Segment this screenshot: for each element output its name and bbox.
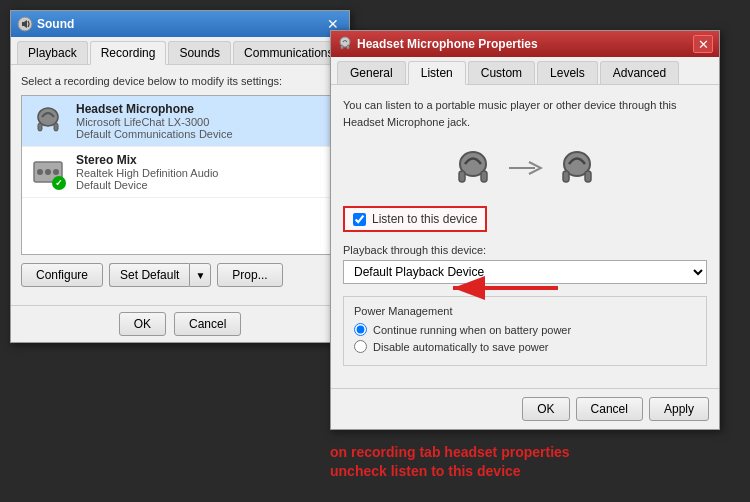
radio-disable[interactable] xyxy=(354,340,367,353)
props-title-bar: Headset Microphone Properties ✕ xyxy=(331,31,719,57)
tab-recording[interactable]: Recording xyxy=(90,41,167,65)
title-bar-left: Sound xyxy=(17,16,74,32)
headset-icon-container xyxy=(30,103,66,139)
device-list: Headset Microphone Microsoft LifeChat LX… xyxy=(21,95,339,255)
sound-icon xyxy=(17,16,33,32)
props-ok-button[interactable]: OK xyxy=(522,397,569,421)
green-check-badge: ✓ xyxy=(52,176,66,190)
tab-sounds[interactable]: Sounds xyxy=(168,41,231,64)
svg-point-7 xyxy=(53,169,59,175)
source-headset-icon xyxy=(449,144,497,192)
props-tab-general[interactable]: General xyxy=(337,61,406,84)
instruction-line2: uncheck listen to this device xyxy=(330,462,570,482)
set-default-split: Set Default ▼ xyxy=(109,263,211,287)
listen-checkbox-container: Listen to this device xyxy=(343,206,487,232)
sound-description: Select a recording device below to modif… xyxy=(21,75,339,87)
props-title-left: Headset Microphone Properties xyxy=(337,36,538,52)
sound-window: Sound ✕ Playback Recording Sounds Commun… xyxy=(10,10,350,343)
svg-rect-3 xyxy=(54,123,58,131)
radio-row-battery: Continue running when on battery power xyxy=(354,323,696,336)
instruction-text: on recording tab headset properties unch… xyxy=(330,443,570,482)
red-arrow-annotation xyxy=(443,268,563,311)
svg-rect-12 xyxy=(459,171,465,182)
props-close-button[interactable]: ✕ xyxy=(693,35,713,53)
tab-communications[interactable]: Communications xyxy=(233,41,344,64)
sound-window-title: Sound xyxy=(37,17,74,31)
radio-row-disable: Disable automatically to save power xyxy=(354,340,696,353)
props-tab-advanced[interactable]: Advanced xyxy=(600,61,679,84)
sound-title-bar: Sound ✕ xyxy=(11,11,349,37)
props-window-title: Headset Microphone Properties xyxy=(357,37,538,51)
props-tab-listen[interactable]: Listen xyxy=(408,61,466,85)
svg-rect-9 xyxy=(341,45,343,49)
sound-bottom-buttons: Configure Set Default ▼ Prop... xyxy=(21,263,339,287)
headset-device-subtitle: Microsoft LifeChat LX-3000 xyxy=(76,116,330,128)
properties-button[interactable]: Prop... xyxy=(217,263,282,287)
radio-battery[interactable] xyxy=(354,323,367,336)
headset-device-status: Default Communications Device xyxy=(76,128,330,140)
svg-rect-10 xyxy=(347,45,349,49)
annotation-arrow-svg xyxy=(443,268,563,308)
svg-rect-15 xyxy=(563,171,569,182)
props-tabs-bar: General Listen Custom Levels Advanced xyxy=(331,57,719,85)
set-default-button[interactable]: Set Default xyxy=(109,263,189,287)
svg-point-6 xyxy=(45,169,51,175)
radio-battery-label: Continue running when on battery power xyxy=(373,324,571,336)
svg-rect-13 xyxy=(481,171,487,182)
playback-device-label: Playback through this device: xyxy=(343,244,707,256)
sound-ok-button[interactable]: OK xyxy=(119,312,166,336)
sound-cancel-button[interactable]: Cancel xyxy=(174,312,241,336)
headset-device-info: Headset Microphone Microsoft LifeChat LX… xyxy=(76,102,330,140)
stereo-mix-device-name: Stereo Mix xyxy=(76,153,330,167)
props-ok-cancel-bar: OK Cancel Apply xyxy=(331,388,719,429)
playback-device-label-wrapper: Playback through this device: xyxy=(343,244,707,256)
set-default-arrow[interactable]: ▼ xyxy=(189,263,211,287)
props-content: You can listen to a portable music playe… xyxy=(331,85,719,388)
listen-checkbox[interactable] xyxy=(353,213,366,226)
stereo-mix-icon-container: ✓ xyxy=(30,154,66,190)
listen-description: You can listen to a portable music playe… xyxy=(343,97,707,130)
radio-disable-label: Disable automatically to save power xyxy=(373,341,548,353)
svg-point-5 xyxy=(37,169,43,175)
device-item-stereo-mix[interactable]: ✓ Stereo Mix Realtek High Definition Aud… xyxy=(22,147,338,198)
output-headset-icon xyxy=(553,144,601,192)
sound-content: Select a recording device below to modif… xyxy=(11,65,349,297)
stereo-mix-device-subtitle: Realtek High Definition Audio xyxy=(76,167,330,179)
arrow-icon xyxy=(507,156,543,180)
props-tab-levels[interactable]: Levels xyxy=(537,61,598,84)
stereo-mix-device-status: Default Device xyxy=(76,179,330,191)
headset-icons-row xyxy=(343,144,707,192)
props-tab-custom[interactable]: Custom xyxy=(468,61,535,84)
configure-button[interactable]: Configure xyxy=(21,263,103,287)
sound-tabs-bar: Playback Recording Sounds Communications xyxy=(11,37,349,65)
props-window: Headset Microphone Properties ✕ General … xyxy=(330,30,720,430)
instruction-line1: on recording tab headset properties xyxy=(330,443,570,463)
svg-rect-16 xyxy=(585,171,591,182)
tab-playback[interactable]: Playback xyxy=(17,41,88,64)
headset-device-name: Headset Microphone xyxy=(76,102,330,116)
listen-checkbox-label[interactable]: Listen to this device xyxy=(372,212,477,226)
props-cancel-button[interactable]: Cancel xyxy=(576,397,643,421)
stereo-mix-device-info: Stereo Mix Realtek High Definition Audio… xyxy=(76,153,330,191)
svg-rect-2 xyxy=(38,123,42,131)
device-item-headset[interactable]: Headset Microphone Microsoft LifeChat LX… xyxy=(22,96,338,147)
props-apply-button[interactable]: Apply xyxy=(649,397,709,421)
sound-ok-cancel: OK Cancel xyxy=(11,305,349,342)
headset-device-icon xyxy=(30,103,66,139)
props-window-icon xyxy=(337,36,353,52)
